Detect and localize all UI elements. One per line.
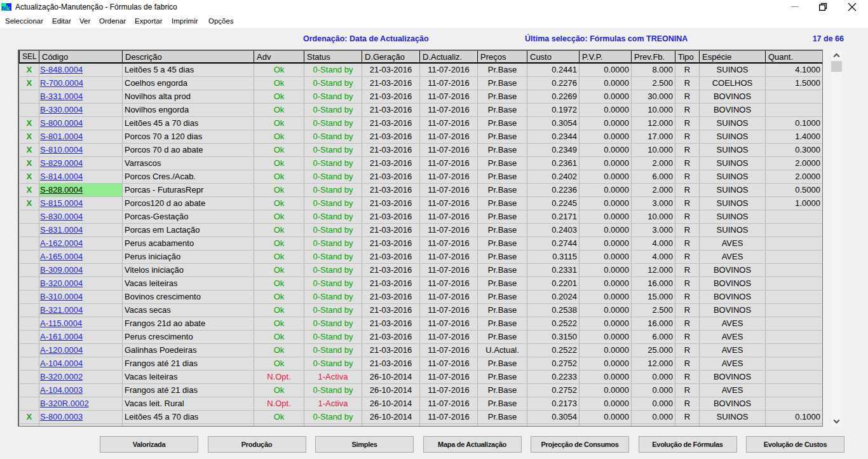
svg-text:k: k — [6, 4, 10, 11]
svg-text:N: N — [1, 4, 6, 11]
